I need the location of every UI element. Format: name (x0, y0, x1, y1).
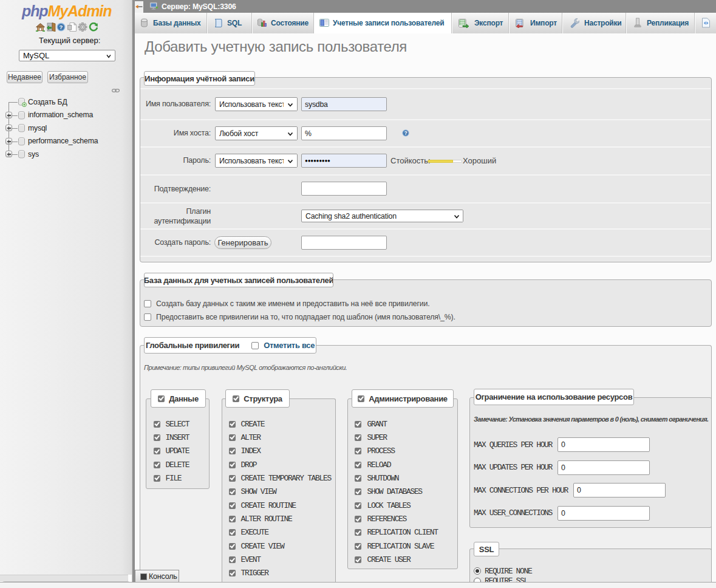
svg-text:?: ? (404, 130, 407, 136)
svg-text:?: ? (60, 24, 63, 30)
